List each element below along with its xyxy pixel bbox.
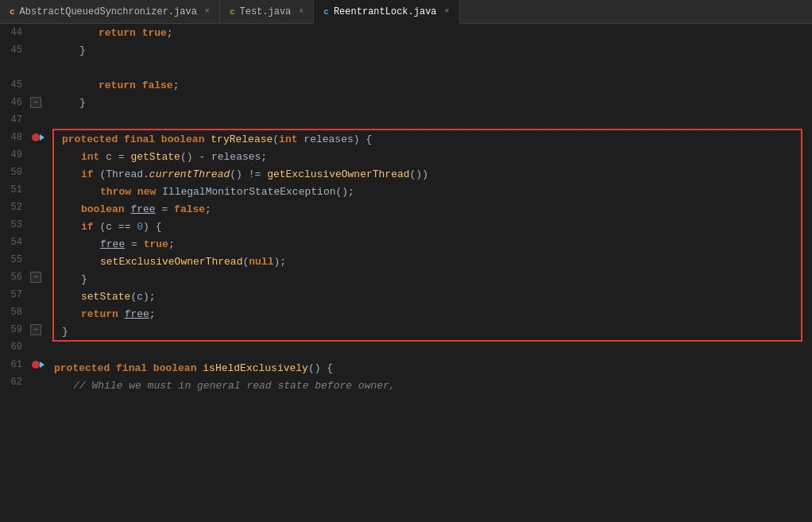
code-line-61: protected final boolean isHeldExclusivel…: [51, 359, 812, 377]
marker-59: −: [29, 324, 43, 335]
code-line-60: [51, 342, 812, 359]
gutter-row-46: 46 −: [0, 94, 48, 111]
line-num-51: 51: [0, 184, 29, 195]
gutter-row-49: 49: [0, 146, 48, 164]
gutter-row-57: 57: [0, 286, 48, 304]
code-line-47: [51, 111, 812, 129]
line-num-56: 56: [0, 272, 29, 283]
code-line-52: boolean free = false;: [59, 200, 796, 218]
line-num-50: 50: [0, 167, 29, 178]
line-num-44: 44: [0, 27, 29, 38]
gutter-row-48: 48: [0, 129, 48, 146]
gutter-row-58: 58: [0, 304, 48, 321]
gutter-row-62: 62: [0, 373, 48, 391]
line-num-58: 58: [0, 307, 29, 318]
tab-test[interactable]: c Test.java ×: [220, 0, 314, 23]
tab-close-aqs[interactable]: ×: [205, 7, 210, 16]
line-num-45: 45: [0, 44, 29, 56]
code-line-54: free = true;: [59, 235, 796, 253]
tab-label-reentrant: ReentrantLock.java: [334, 6, 437, 17]
code-line-57: setState(c);: [59, 288, 796, 305]
gutter-row-56: 56 −: [0, 269, 48, 286]
code-line-56: }: [59, 270, 796, 288]
gutter-row-53: 53: [0, 216, 48, 234]
breakpoint-icon-61: [32, 361, 40, 369]
gutter-row-50: 50: [0, 164, 48, 181]
tab-close-test[interactable]: ×: [299, 7, 304, 16]
gutter-row-51: 51: [0, 181, 48, 199]
fold-icon-59[interactable]: −: [30, 324, 41, 335]
line-num-49: 49: [0, 149, 29, 160]
code-line-62: // While we must in general read state b…: [51, 377, 812, 394]
code-line-50: if (Thread.currentThread() != getExclusi…: [59, 165, 796, 183]
code-line-49: int c = getState() - releases;: [59, 148, 796, 165]
marker-48: [29, 133, 43, 141]
line-num-53: 53: [0, 219, 29, 230]
highlighted-method-block: protected final boolean tryRelease(int r…: [52, 129, 802, 342]
code-line-59: }: [59, 323, 796, 340]
code-line-53: if (c == 0) {: [59, 218, 796, 235]
gutter-row-59: 59 −: [0, 321, 48, 338]
code-line-blank1: [51, 59, 812, 76]
line-num-62: 62: [0, 377, 29, 388]
fold-icon-46[interactable]: −: [30, 97, 41, 108]
code-line-46: }: [51, 94, 812, 111]
line-num-60: 60: [0, 342, 29, 353]
marker-56: −: [29, 272, 43, 283]
line-num-55: 55: [0, 254, 29, 265]
tab-icon-aqs: c: [10, 7, 15, 17]
gutter-row-55: 55: [0, 251, 48, 269]
gutter-row-45: 45: [0, 41, 48, 59]
tab-close-reentrant[interactable]: ×: [445, 7, 450, 16]
code-area: return true; } return false; } protected…: [48, 24, 812, 522]
breakpoint-icon-48: [32, 133, 40, 141]
line-num-47: 47: [0, 114, 29, 126]
line-numbers-gutter: 44 45 45 46 − 47 48: [0, 24, 48, 522]
tab-aqs[interactable]: c AbstractQueuedSynchronizer.java ×: [0, 0, 220, 23]
tab-bar: c AbstractQueuedSynchronizer.java × c Te…: [0, 0, 812, 24]
gutter-row-44: 44: [0, 24, 48, 41]
tab-reentrant[interactable]: c ReentrantLock.java ×: [314, 0, 459, 24]
gutter-row-54: 54: [0, 234, 48, 251]
tab-label-test: Test.java: [239, 6, 291, 17]
code-line-45: }: [51, 41, 812, 59]
line-num-61: 61: [0, 359, 29, 370]
code-line-58: return free;: [59, 305, 796, 323]
gutter-row-45b: 45: [0, 76, 48, 94]
gutter-row-52: 52: [0, 199, 48, 216]
tab-label-aqs: AbstractQueuedSynchronizer.java: [20, 6, 197, 17]
gutter-row-47: 47: [0, 111, 48, 129]
code-line-55: setExclusiveOwnerThread(null);: [59, 253, 796, 270]
line-num-59: 59: [0, 324, 29, 335]
line-num-45b: 45: [0, 79, 29, 91]
line-num-46: 46: [0, 97, 29, 108]
marker-46: −: [29, 97, 43, 108]
code-line-48: protected final boolean tryRelease(int r…: [59, 130, 796, 148]
code-line-45b: return false;: [51, 76, 812, 94]
gutter-row-blank1: [0, 59, 48, 76]
gutter-row-61: 61: [0, 356, 48, 373]
line-num-48: 48: [0, 132, 29, 143]
code-line-44: return true;: [51, 24, 812, 41]
line-num-52: 52: [0, 202, 29, 213]
tab-icon-reentrant: c: [323, 7, 329, 17]
line-num-54: 54: [0, 237, 29, 248]
line-num-57: 57: [0, 289, 29, 300]
code-line-51: throw new IllegalMonitorStateException()…: [59, 183, 796, 200]
tab-icon-test: c: [230, 7, 235, 17]
gutter-row-60: 60: [0, 338, 48, 356]
fold-icon-56[interactable]: −: [30, 272, 41, 283]
editor: 44 45 45 46 − 47 48: [0, 24, 812, 522]
marker-61: [29, 361, 43, 369]
